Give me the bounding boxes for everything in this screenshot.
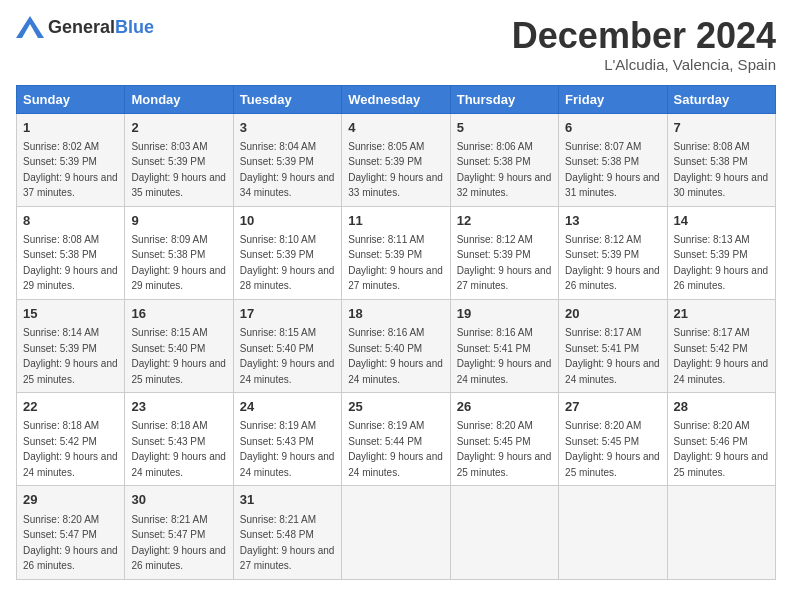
day-info: Sunrise: 8:07 AM Sunset: 5:38 PM Dayligh…: [565, 141, 660, 199]
day-number: 25: [348, 398, 443, 416]
cell-week3-day0: 15Sunrise: 8:14 AM Sunset: 5:39 PM Dayli…: [17, 299, 125, 392]
week-row-5: 29Sunrise: 8:20 AM Sunset: 5:47 PM Dayli…: [17, 486, 776, 579]
day-number: 2: [131, 119, 226, 137]
day-info: Sunrise: 8:08 AM Sunset: 5:38 PM Dayligh…: [23, 234, 118, 292]
cell-week4-day1: 23Sunrise: 8:18 AM Sunset: 5:43 PM Dayli…: [125, 393, 233, 486]
week-row-4: 22Sunrise: 8:18 AM Sunset: 5:42 PM Dayli…: [17, 393, 776, 486]
day-info: Sunrise: 8:17 AM Sunset: 5:41 PM Dayligh…: [565, 327, 660, 385]
header-col-wednesday: Wednesday: [342, 85, 450, 113]
day-number: 1: [23, 119, 118, 137]
cell-week1-day5: 6Sunrise: 8:07 AM Sunset: 5:38 PM Daylig…: [559, 113, 667, 206]
day-info: Sunrise: 8:09 AM Sunset: 5:38 PM Dayligh…: [131, 234, 226, 292]
day-info: Sunrise: 8:05 AM Sunset: 5:39 PM Dayligh…: [348, 141, 443, 199]
day-info: Sunrise: 8:12 AM Sunset: 5:39 PM Dayligh…: [565, 234, 660, 292]
day-number: 24: [240, 398, 335, 416]
day-info: Sunrise: 8:20 AM Sunset: 5:45 PM Dayligh…: [457, 420, 552, 478]
day-number: 14: [674, 212, 769, 230]
cell-week2-day6: 14Sunrise: 8:13 AM Sunset: 5:39 PM Dayli…: [667, 206, 775, 299]
day-info: Sunrise: 8:10 AM Sunset: 5:39 PM Dayligh…: [240, 234, 335, 292]
cell-week1-day6: 7Sunrise: 8:08 AM Sunset: 5:38 PM Daylig…: [667, 113, 775, 206]
header-col-tuesday: Tuesday: [233, 85, 341, 113]
day-info: Sunrise: 8:18 AM Sunset: 5:42 PM Dayligh…: [23, 420, 118, 478]
cell-week4-day0: 22Sunrise: 8:18 AM Sunset: 5:42 PM Dayli…: [17, 393, 125, 486]
cell-week5-day1: 30Sunrise: 8:21 AM Sunset: 5:47 PM Dayli…: [125, 486, 233, 579]
cell-week4-day5: 27Sunrise: 8:20 AM Sunset: 5:45 PM Dayli…: [559, 393, 667, 486]
header-col-thursday: Thursday: [450, 85, 558, 113]
day-info: Sunrise: 8:16 AM Sunset: 5:41 PM Dayligh…: [457, 327, 552, 385]
day-info: Sunrise: 8:06 AM Sunset: 5:38 PM Dayligh…: [457, 141, 552, 199]
day-info: Sunrise: 8:21 AM Sunset: 5:48 PM Dayligh…: [240, 514, 335, 572]
day-info: Sunrise: 8:13 AM Sunset: 5:39 PM Dayligh…: [674, 234, 769, 292]
cell-week1-day3: 4Sunrise: 8:05 AM Sunset: 5:39 PM Daylig…: [342, 113, 450, 206]
cell-week1-day4: 5Sunrise: 8:06 AM Sunset: 5:38 PM Daylig…: [450, 113, 558, 206]
day-number: 22: [23, 398, 118, 416]
day-number: 17: [240, 305, 335, 323]
day-number: 7: [674, 119, 769, 137]
cell-week3-day3: 18Sunrise: 8:16 AM Sunset: 5:40 PM Dayli…: [342, 299, 450, 392]
day-number: 19: [457, 305, 552, 323]
day-number: 28: [674, 398, 769, 416]
logo: GeneralBlue: [16, 16, 154, 38]
day-info: Sunrise: 8:14 AM Sunset: 5:39 PM Dayligh…: [23, 327, 118, 385]
cell-week4-day6: 28Sunrise: 8:20 AM Sunset: 5:46 PM Dayli…: [667, 393, 775, 486]
day-info: Sunrise: 8:12 AM Sunset: 5:39 PM Dayligh…: [457, 234, 552, 292]
day-info: Sunrise: 8:08 AM Sunset: 5:38 PM Dayligh…: [674, 141, 769, 199]
page-subtitle: L'Alcudia, Valencia, Spain: [512, 56, 776, 73]
day-number: 3: [240, 119, 335, 137]
day-number: 4: [348, 119, 443, 137]
day-number: 29: [23, 491, 118, 509]
cell-week2-day0: 8Sunrise: 8:08 AM Sunset: 5:38 PM Daylig…: [17, 206, 125, 299]
calendar-header: SundayMondayTuesdayWednesdayThursdayFrid…: [17, 85, 776, 113]
week-row-2: 8Sunrise: 8:08 AM Sunset: 5:38 PM Daylig…: [17, 206, 776, 299]
day-info: Sunrise: 8:18 AM Sunset: 5:43 PM Dayligh…: [131, 420, 226, 478]
day-number: 21: [674, 305, 769, 323]
cell-week5-day4: [450, 486, 558, 579]
cell-week5-day2: 31Sunrise: 8:21 AM Sunset: 5:48 PM Dayli…: [233, 486, 341, 579]
day-number: 20: [565, 305, 660, 323]
page-title: December 2024: [512, 16, 776, 56]
cell-week3-day5: 20Sunrise: 8:17 AM Sunset: 5:41 PM Dayli…: [559, 299, 667, 392]
day-number: 6: [565, 119, 660, 137]
day-number: 5: [457, 119, 552, 137]
cell-week5-day3: [342, 486, 450, 579]
header-col-saturday: Saturday: [667, 85, 775, 113]
cell-week2-day2: 10Sunrise: 8:10 AM Sunset: 5:39 PM Dayli…: [233, 206, 341, 299]
day-info: Sunrise: 8:21 AM Sunset: 5:47 PM Dayligh…: [131, 514, 226, 572]
day-number: 11: [348, 212, 443, 230]
day-info: Sunrise: 8:15 AM Sunset: 5:40 PM Dayligh…: [240, 327, 335, 385]
cell-week2-day4: 12Sunrise: 8:12 AM Sunset: 5:39 PM Dayli…: [450, 206, 558, 299]
day-info: Sunrise: 8:20 AM Sunset: 5:47 PM Dayligh…: [23, 514, 118, 572]
cell-week2-day5: 13Sunrise: 8:12 AM Sunset: 5:39 PM Dayli…: [559, 206, 667, 299]
logo-blue: Blue: [115, 17, 154, 37]
day-number: 16: [131, 305, 226, 323]
day-info: Sunrise: 8:15 AM Sunset: 5:40 PM Dayligh…: [131, 327, 226, 385]
day-number: 27: [565, 398, 660, 416]
header-col-monday: Monday: [125, 85, 233, 113]
day-number: 30: [131, 491, 226, 509]
header-row: SundayMondayTuesdayWednesdayThursdayFrid…: [17, 85, 776, 113]
cell-week1-day2: 3Sunrise: 8:04 AM Sunset: 5:39 PM Daylig…: [233, 113, 341, 206]
page-header: GeneralBlue December 2024 L'Alcudia, Val…: [16, 16, 776, 73]
cell-week1-day0: 1Sunrise: 8:02 AM Sunset: 5:39 PM Daylig…: [17, 113, 125, 206]
day-info: Sunrise: 8:02 AM Sunset: 5:39 PM Dayligh…: [23, 141, 118, 199]
day-info: Sunrise: 8:19 AM Sunset: 5:43 PM Dayligh…: [240, 420, 335, 478]
day-info: Sunrise: 8:20 AM Sunset: 5:45 PM Dayligh…: [565, 420, 660, 478]
cell-week5-day6: [667, 486, 775, 579]
day-number: 23: [131, 398, 226, 416]
header-col-sunday: Sunday: [17, 85, 125, 113]
day-info: Sunrise: 8:04 AM Sunset: 5:39 PM Dayligh…: [240, 141, 335, 199]
cell-week3-day1: 16Sunrise: 8:15 AM Sunset: 5:40 PM Dayli…: [125, 299, 233, 392]
cell-week4-day2: 24Sunrise: 8:19 AM Sunset: 5:43 PM Dayli…: [233, 393, 341, 486]
week-row-1: 1Sunrise: 8:02 AM Sunset: 5:39 PM Daylig…: [17, 113, 776, 206]
day-info: Sunrise: 8:20 AM Sunset: 5:46 PM Dayligh…: [674, 420, 769, 478]
cell-week3-day6: 21Sunrise: 8:17 AM Sunset: 5:42 PM Dayli…: [667, 299, 775, 392]
week-row-3: 15Sunrise: 8:14 AM Sunset: 5:39 PM Dayli…: [17, 299, 776, 392]
cell-week5-day5: [559, 486, 667, 579]
title-area: December 2024 L'Alcudia, Valencia, Spain: [512, 16, 776, 73]
cell-week3-day2: 17Sunrise: 8:15 AM Sunset: 5:40 PM Dayli…: [233, 299, 341, 392]
day-number: 10: [240, 212, 335, 230]
cell-week3-day4: 19Sunrise: 8:16 AM Sunset: 5:41 PM Dayli…: [450, 299, 558, 392]
day-number: 31: [240, 491, 335, 509]
day-number: 26: [457, 398, 552, 416]
logo-icon: [16, 16, 44, 38]
